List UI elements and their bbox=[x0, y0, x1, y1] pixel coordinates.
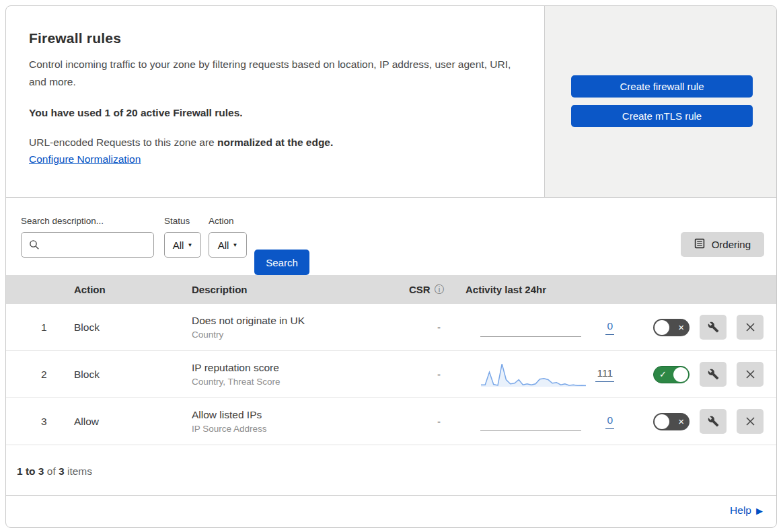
delete-rule-button[interactable] bbox=[737, 409, 764, 434]
col-csr: CSR ⓘ bbox=[387, 284, 450, 296]
action-label: Action bbox=[209, 216, 247, 226]
delete-rule-button[interactable] bbox=[737, 315, 764, 340]
table-row: 1 Block Does not originate in UK Country… bbox=[6, 304, 776, 351]
rule-description: IP reputation score Country, Threat Scor… bbox=[180, 362, 387, 387]
rule-description: Does not originate in UK Country bbox=[180, 315, 387, 340]
activity-count-link[interactable]: 111 bbox=[595, 367, 614, 382]
rule-controls: × bbox=[622, 315, 776, 340]
header-text-block: Firewall rules Control incoming traffic … bbox=[6, 6, 544, 197]
toggle-knob bbox=[655, 320, 669, 335]
rule-activity: 0 bbox=[450, 408, 622, 436]
rule-controls: ✓ bbox=[622, 362, 776, 387]
help-strip: Help ▶ bbox=[6, 495, 776, 525]
col-action: Action bbox=[63, 284, 180, 295]
activity-sparkline bbox=[480, 313, 587, 342]
toggle-knob bbox=[673, 367, 688, 382]
search-label: Search description... bbox=[21, 216, 154, 226]
search-wrap bbox=[21, 232, 154, 258]
rule-priority: 3 bbox=[6, 416, 63, 428]
toggle-state-icon: ✓ bbox=[659, 369, 667, 379]
status-select[interactable]: All▼ bbox=[164, 232, 201, 258]
search-input[interactable] bbox=[21, 232, 154, 258]
rule-description: Allow listed IPs IP Source Address bbox=[180, 409, 387, 434]
delete-rule-button[interactable] bbox=[737, 362, 764, 387]
activity-sparkline bbox=[480, 360, 587, 389]
toggle-knob bbox=[655, 414, 669, 429]
toggle-state-icon: × bbox=[678, 321, 684, 332]
page-description: Control incoming traffic to your zone by… bbox=[29, 56, 517, 91]
rule-action: Block bbox=[63, 369, 180, 381]
rule-controls: × bbox=[622, 409, 776, 434]
search-button[interactable]: Search bbox=[254, 250, 309, 275]
edit-rule-button[interactable] bbox=[700, 362, 727, 387]
table-row: 2 Block IP reputation score Country, Thr… bbox=[6, 351, 776, 398]
close-icon bbox=[745, 416, 755, 426]
header-section: Firewall rules Control incoming traffic … bbox=[6, 6, 776, 198]
pagination-summary: 1 to 3 of 3 items bbox=[6, 445, 776, 495]
normalization-note: URL-encoded Requests to this zone are no… bbox=[29, 137, 517, 149]
action-group: Action All▼ bbox=[209, 216, 247, 258]
table-row: 3 Allow Allow listed IPs IP Source Addre… bbox=[6, 398, 776, 445]
status-group: Status All▼ bbox=[164, 216, 201, 258]
create-firewall-rule-button[interactable]: Create firewall rule bbox=[571, 75, 753, 98]
info-icon[interactable]: ⓘ bbox=[435, 284, 444, 296]
wrench-icon bbox=[708, 416, 719, 427]
activity-count-link[interactable]: 0 bbox=[605, 320, 614, 335]
close-icon bbox=[745, 369, 755, 379]
search-group: Search description... bbox=[21, 216, 154, 258]
chevron-down-icon: ▼ bbox=[232, 242, 237, 248]
rule-priority: 1 bbox=[6, 321, 63, 334]
rule-csr: - bbox=[387, 416, 450, 427]
wrench-icon bbox=[708, 369, 719, 380]
table-header: Action Description CSR ⓘ Activity last 2… bbox=[6, 275, 776, 304]
col-activity: Activity last 24hr bbox=[450, 284, 622, 295]
activity-sparkline bbox=[480, 408, 587, 436]
rule-activity: 111 bbox=[450, 360, 622, 389]
rule-csr: - bbox=[387, 321, 450, 333]
rule-action: Allow bbox=[63, 416, 180, 428]
toggle-state-icon: × bbox=[678, 415, 684, 426]
create-mtls-rule-button[interactable]: Create mTLS rule bbox=[571, 105, 753, 127]
chevron-down-icon: ▼ bbox=[187, 242, 192, 248]
rule-priority: 2 bbox=[6, 369, 63, 381]
status-label: Status bbox=[164, 216, 201, 226]
configure-normalization-link[interactable]: Configure Normalization bbox=[29, 153, 141, 165]
wrench-icon bbox=[708, 321, 719, 333]
rule-enable-toggle[interactable]: × bbox=[653, 413, 690, 430]
rule-action: Block bbox=[63, 321, 180, 334]
col-description: Description bbox=[180, 284, 387, 295]
rule-activity: 0 bbox=[450, 313, 622, 342]
page-title: Firewall rules bbox=[29, 30, 517, 46]
rule-enable-toggle[interactable]: × bbox=[653, 319, 690, 336]
ordering-button[interactable]: Ordering bbox=[681, 232, 764, 257]
arrow-right-icon: ▶ bbox=[756, 506, 763, 516]
action-select[interactable]: All▼ bbox=[209, 232, 247, 258]
firewall-rules-card: Firewall rules Control incoming traffic … bbox=[5, 5, 777, 528]
activity-count-link[interactable]: 0 bbox=[605, 414, 614, 429]
rule-enable-toggle[interactable]: ✓ bbox=[653, 366, 690, 383]
usage-summary: You have used 1 of 20 active Firewall ru… bbox=[29, 107, 517, 119]
ordering-list-icon bbox=[694, 238, 705, 251]
rule-csr: - bbox=[387, 369, 450, 380]
filter-bar: Search description... Status All▼ Action… bbox=[6, 198, 776, 275]
close-icon bbox=[745, 322, 755, 332]
edit-rule-button[interactable] bbox=[700, 409, 727, 434]
actions-panel: Create firewall rule Create mTLS rule bbox=[544, 6, 776, 197]
edit-rule-button[interactable] bbox=[700, 315, 727, 340]
help-link[interactable]: Help ▶ bbox=[730, 504, 763, 517]
